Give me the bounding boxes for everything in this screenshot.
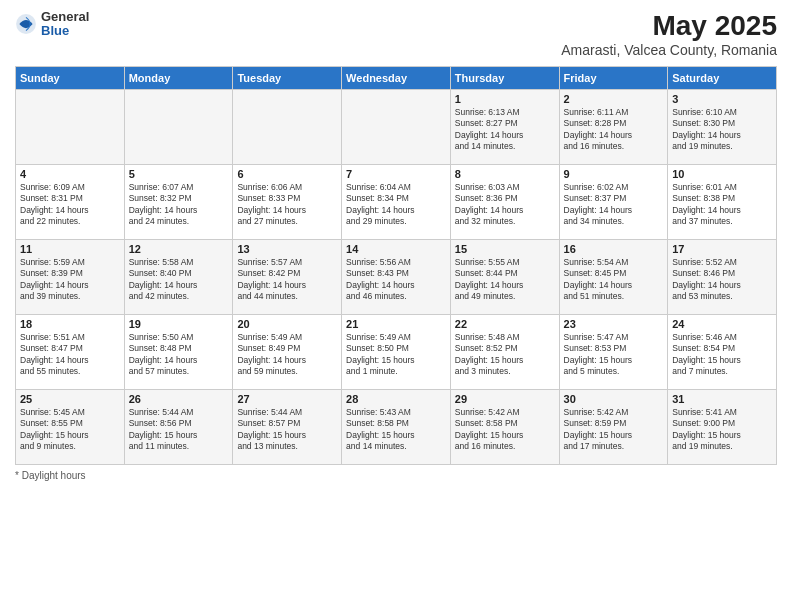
- day-info: Sunrise: 5:44 AMSunset: 8:57 PMDaylight:…: [237, 407, 337, 453]
- weekday-header-tuesday: Tuesday: [233, 67, 342, 90]
- day-number: 10: [672, 168, 772, 180]
- logo: General Blue: [15, 10, 89, 39]
- day-number: 28: [346, 393, 446, 405]
- day-number: 31: [672, 393, 772, 405]
- calendar-cell: [124, 90, 233, 165]
- calendar-cell: 27Sunrise: 5:44 AMSunset: 8:57 PMDayligh…: [233, 390, 342, 465]
- day-info: Sunrise: 5:46 AMSunset: 8:54 PMDaylight:…: [672, 332, 772, 378]
- location: Amarasti, Valcea County, Romania: [561, 42, 777, 58]
- day-number: 4: [20, 168, 120, 180]
- weekday-header-sunday: Sunday: [16, 67, 125, 90]
- calendar-cell: 17Sunrise: 5:52 AMSunset: 8:46 PMDayligh…: [668, 240, 777, 315]
- logo-text: General Blue: [41, 10, 89, 39]
- day-number: 24: [672, 318, 772, 330]
- weekday-header-friday: Friday: [559, 67, 668, 90]
- calendar-cell: 1Sunrise: 6:13 AMSunset: 8:27 PMDaylight…: [450, 90, 559, 165]
- day-info: Sunrise: 5:56 AMSunset: 8:43 PMDaylight:…: [346, 257, 446, 303]
- calendar-cell: 18Sunrise: 5:51 AMSunset: 8:47 PMDayligh…: [16, 315, 125, 390]
- day-info: Sunrise: 5:57 AMSunset: 8:42 PMDaylight:…: [237, 257, 337, 303]
- calendar-cell: 20Sunrise: 5:49 AMSunset: 8:49 PMDayligh…: [233, 315, 342, 390]
- calendar-cell: 21Sunrise: 5:49 AMSunset: 8:50 PMDayligh…: [342, 315, 451, 390]
- calendar-cell: 14Sunrise: 5:56 AMSunset: 8:43 PMDayligh…: [342, 240, 451, 315]
- calendar-cell: 31Sunrise: 5:41 AMSunset: 9:00 PMDayligh…: [668, 390, 777, 465]
- calendar-cell: [233, 90, 342, 165]
- calendar-cell: 24Sunrise: 5:46 AMSunset: 8:54 PMDayligh…: [668, 315, 777, 390]
- day-info: Sunrise: 5:43 AMSunset: 8:58 PMDaylight:…: [346, 407, 446, 453]
- calendar-cell: 29Sunrise: 5:42 AMSunset: 8:58 PMDayligh…: [450, 390, 559, 465]
- day-number: 22: [455, 318, 555, 330]
- day-number: 20: [237, 318, 337, 330]
- calendar-cell: 15Sunrise: 5:55 AMSunset: 8:44 PMDayligh…: [450, 240, 559, 315]
- calendar-cell: 13Sunrise: 5:57 AMSunset: 8:42 PMDayligh…: [233, 240, 342, 315]
- day-number: 30: [564, 393, 664, 405]
- calendar-cell: 5Sunrise: 6:07 AMSunset: 8:32 PMDaylight…: [124, 165, 233, 240]
- day-number: 8: [455, 168, 555, 180]
- calendar-cell: 6Sunrise: 6:06 AMSunset: 8:33 PMDaylight…: [233, 165, 342, 240]
- day-number: 21: [346, 318, 446, 330]
- day-info: Sunrise: 5:42 AMSunset: 8:58 PMDaylight:…: [455, 407, 555, 453]
- day-info: Sunrise: 5:49 AMSunset: 8:50 PMDaylight:…: [346, 332, 446, 378]
- day-info: Sunrise: 5:50 AMSunset: 8:48 PMDaylight:…: [129, 332, 229, 378]
- day-info: Sunrise: 5:58 AMSunset: 8:40 PMDaylight:…: [129, 257, 229, 303]
- calendar-cell: 7Sunrise: 6:04 AMSunset: 8:34 PMDaylight…: [342, 165, 451, 240]
- day-info: Sunrise: 6:10 AMSunset: 8:30 PMDaylight:…: [672, 107, 772, 153]
- calendar-cell: 28Sunrise: 5:43 AMSunset: 8:58 PMDayligh…: [342, 390, 451, 465]
- calendar-week-row: 4Sunrise: 6:09 AMSunset: 8:31 PMDaylight…: [16, 165, 777, 240]
- header: General Blue May 2025 Amarasti, Valcea C…: [15, 10, 777, 58]
- month-title: May 2025: [561, 10, 777, 42]
- day-number: 1: [455, 93, 555, 105]
- calendar-cell: 10Sunrise: 6:01 AMSunset: 8:38 PMDayligh…: [668, 165, 777, 240]
- day-info: Sunrise: 6:06 AMSunset: 8:33 PMDaylight:…: [237, 182, 337, 228]
- day-number: 16: [564, 243, 664, 255]
- day-info: Sunrise: 6:03 AMSunset: 8:36 PMDaylight:…: [455, 182, 555, 228]
- day-info: Sunrise: 5:51 AMSunset: 8:47 PMDaylight:…: [20, 332, 120, 378]
- day-number: 26: [129, 393, 229, 405]
- day-number: 17: [672, 243, 772, 255]
- weekday-header-monday: Monday: [124, 67, 233, 90]
- calendar-week-row: 11Sunrise: 5:59 AMSunset: 8:39 PMDayligh…: [16, 240, 777, 315]
- day-info: Sunrise: 6:02 AMSunset: 8:37 PMDaylight:…: [564, 182, 664, 228]
- calendar-cell: 22Sunrise: 5:48 AMSunset: 8:52 PMDayligh…: [450, 315, 559, 390]
- logo-blue-text: Blue: [41, 24, 89, 38]
- day-info: Sunrise: 5:59 AMSunset: 8:39 PMDaylight:…: [20, 257, 120, 303]
- day-number: 13: [237, 243, 337, 255]
- day-number: 25: [20, 393, 120, 405]
- logo-icon: [15, 13, 37, 35]
- calendar-cell: [342, 90, 451, 165]
- logo-general-text: General: [41, 10, 89, 24]
- day-number: 18: [20, 318, 120, 330]
- day-info: Sunrise: 6:09 AMSunset: 8:31 PMDaylight:…: [20, 182, 120, 228]
- day-info: Sunrise: 5:54 AMSunset: 8:45 PMDaylight:…: [564, 257, 664, 303]
- day-number: 7: [346, 168, 446, 180]
- calendar-cell: 8Sunrise: 6:03 AMSunset: 8:36 PMDaylight…: [450, 165, 559, 240]
- calendar-cell: 16Sunrise: 5:54 AMSunset: 8:45 PMDayligh…: [559, 240, 668, 315]
- weekday-header-thursday: Thursday: [450, 67, 559, 90]
- day-number: 9: [564, 168, 664, 180]
- day-info: Sunrise: 6:11 AMSunset: 8:28 PMDaylight:…: [564, 107, 664, 153]
- calendar-cell: 11Sunrise: 5:59 AMSunset: 8:39 PMDayligh…: [16, 240, 125, 315]
- day-number: 3: [672, 93, 772, 105]
- calendar-cell: 23Sunrise: 5:47 AMSunset: 8:53 PMDayligh…: [559, 315, 668, 390]
- day-number: 5: [129, 168, 229, 180]
- calendar-cell: 2Sunrise: 6:11 AMSunset: 8:28 PMDaylight…: [559, 90, 668, 165]
- calendar-cell: 30Sunrise: 5:42 AMSunset: 8:59 PMDayligh…: [559, 390, 668, 465]
- day-info: Sunrise: 5:52 AMSunset: 8:46 PMDaylight:…: [672, 257, 772, 303]
- day-info: Sunrise: 5:45 AMSunset: 8:55 PMDaylight:…: [20, 407, 120, 453]
- title-block: May 2025 Amarasti, Valcea County, Romani…: [561, 10, 777, 58]
- day-info: Sunrise: 5:42 AMSunset: 8:59 PMDaylight:…: [564, 407, 664, 453]
- weekday-header-saturday: Saturday: [668, 67, 777, 90]
- footer-daylight-text: Daylight hours: [22, 470, 86, 481]
- calendar-week-row: 18Sunrise: 5:51 AMSunset: 8:47 PMDayligh…: [16, 315, 777, 390]
- calendar: SundayMondayTuesdayWednesdayThursdayFrid…: [15, 66, 777, 465]
- calendar-cell: 12Sunrise: 5:58 AMSunset: 8:40 PMDayligh…: [124, 240, 233, 315]
- day-number: 15: [455, 243, 555, 255]
- calendar-cell: 26Sunrise: 5:44 AMSunset: 8:56 PMDayligh…: [124, 390, 233, 465]
- calendar-cell: 19Sunrise: 5:50 AMSunset: 8:48 PMDayligh…: [124, 315, 233, 390]
- day-number: 23: [564, 318, 664, 330]
- calendar-cell: 3Sunrise: 6:10 AMSunset: 8:30 PMDaylight…: [668, 90, 777, 165]
- calendar-cell: [16, 90, 125, 165]
- page: General Blue May 2025 Amarasti, Valcea C…: [0, 0, 792, 612]
- calendar-week-row: 1Sunrise: 6:13 AMSunset: 8:27 PMDaylight…: [16, 90, 777, 165]
- day-number: 14: [346, 243, 446, 255]
- calendar-cell: 25Sunrise: 5:45 AMSunset: 8:55 PMDayligh…: [16, 390, 125, 465]
